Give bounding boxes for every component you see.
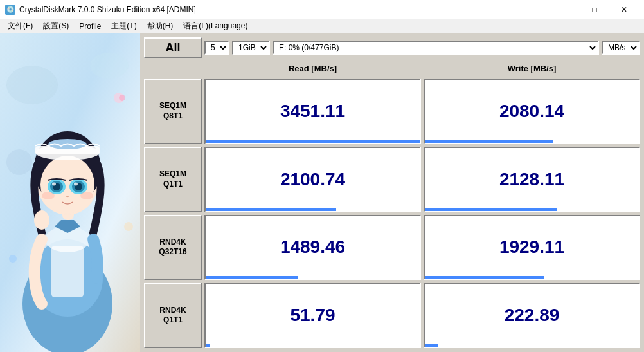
menu-bar: 文件(F)設置(S)Profile主題(T)帮助(H)语言(L)(Languag… <box>0 19 644 33</box>
anime-panel <box>0 33 140 352</box>
bench-write-value-1: 2128.11 <box>499 169 564 190</box>
bench-write-3: 222.89 <box>424 283 640 348</box>
menu-item-profile[interactable]: Profile <box>74 19 106 33</box>
controls-row: All 5 1GiB E: 0% (0/477GiB) MB/s <box>144 37 640 58</box>
bench-read-value-1: 2100.74 <box>280 169 345 190</box>
bench-read-value-0: 3451.11 <box>280 101 345 122</box>
bench-row-0: SEQ1MQ8T13451.112080.14 <box>144 79 640 144</box>
all-button[interactable]: All <box>144 37 202 58</box>
menu-item-f[interactable]: 文件(F) <box>3 19 38 33</box>
bench-read-1: 2100.74 <box>204 147 421 212</box>
size-select[interactable]: 1GiB <box>232 41 270 55</box>
header-spacer <box>144 60 202 76</box>
bench-row-3: RND4KQ1T151.79222.89 <box>144 283 640 348</box>
bench-write-1: 2128.11 <box>424 147 640 212</box>
title-bar: 💿 CrystalDiskMark 7.0.0 Shizuku Edition … <box>0 0 644 19</box>
app-icon: 💿 <box>5 5 15 15</box>
svg-point-19 <box>74 183 78 186</box>
window-controls: ─ □ ✕ <box>550 0 639 19</box>
bench-label-3: RND4KQ1T1 <box>144 283 202 348</box>
bench-write-0: 2080.14 <box>424 79 640 144</box>
svg-point-25 <box>34 210 49 230</box>
read-header: Read [MB/s] <box>204 60 421 76</box>
bench-write-value-0: 2080.14 <box>499 101 564 122</box>
bench-read-0: 3451.11 <box>204 79 421 144</box>
svg-point-28 <box>119 95 125 101</box>
bench-read-3: 51.79 <box>204 283 421 348</box>
bench-read-value-2: 1489.46 <box>280 237 345 257</box>
menu-item-llanguage[interactable]: 语言(L)(Language) <box>178 19 253 33</box>
drive-select[interactable]: E: 0% (0/477GiB) <box>273 41 599 55</box>
bench-read-value-3: 51.79 <box>290 305 335 326</box>
unit-select[interactable]: MB/s <box>602 41 640 55</box>
svg-rect-26 <box>51 246 84 297</box>
menu-item-t[interactable]: 主題(T) <box>106 19 141 33</box>
svg-point-20 <box>42 192 55 199</box>
bench-read-2: 1489.46 <box>204 215 421 281</box>
benchmark-panel: All 5 1GiB E: 0% (0/477GiB) MB/s Read [M… <box>140 33 644 352</box>
bench-write-2: 1929.11 <box>424 215 640 281</box>
bench-write-value-2: 1929.11 <box>499 237 564 257</box>
svg-point-1 <box>6 66 58 104</box>
main-content: All 5 1GiB E: 0% (0/477GiB) MB/s Read [M… <box>0 33 644 352</box>
title-text: CrystalDiskMark 7.0.0 Shizuku Edition x6… <box>19 5 550 14</box>
benchmark-rows: SEQ1MQ8T13451.112080.14SEQ1MQ1T12100.742… <box>144 79 640 348</box>
column-headers: Read [MB/s] Write [MB/s] <box>144 60 640 76</box>
bench-label-1: SEQ1MQ1T1 <box>144 147 202 212</box>
bench-write-value-3: 222.89 <box>505 305 560 326</box>
bench-row-2: RND4KQ32T161489.461929.11 <box>144 215 640 281</box>
bench-row-1: SEQ1MQ1T12100.742128.11 <box>144 147 640 212</box>
svg-point-30 <box>124 222 133 231</box>
bench-label-2: RND4KQ32T16 <box>144 215 202 281</box>
svg-point-21 <box>80 192 93 199</box>
bench-label-0: SEQ1MQ8T1 <box>144 79 202 144</box>
svg-point-29 <box>9 255 17 263</box>
menu-item-s[interactable]: 設置(S) <box>38 19 74 33</box>
svg-point-3 <box>6 149 32 175</box>
svg-point-15 <box>52 183 56 186</box>
maximize-button[interactable]: □ <box>580 0 609 19</box>
write-header: Write [MB/s] <box>424 60 640 76</box>
menu-item-h[interactable]: 帮助(H) <box>142 19 179 33</box>
svg-point-2 <box>90 53 129 79</box>
close-button[interactable]: ✕ <box>609 0 639 19</box>
minimize-button[interactable]: ─ <box>550 0 580 19</box>
count-select[interactable]: 5 <box>204 41 229 55</box>
